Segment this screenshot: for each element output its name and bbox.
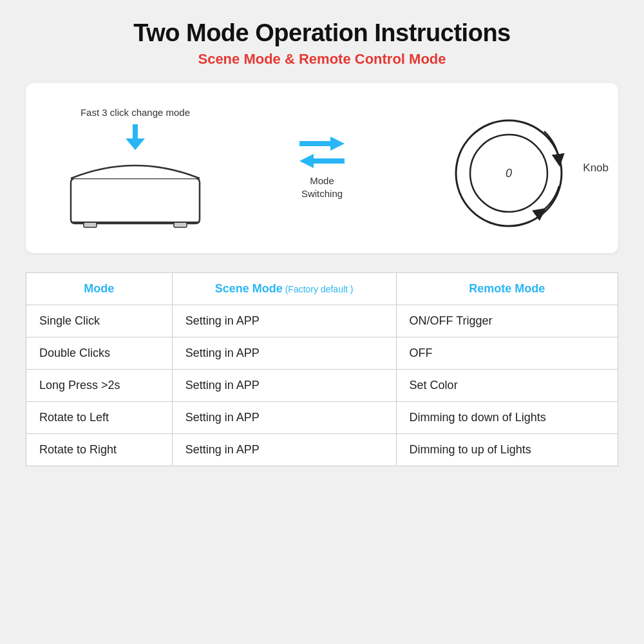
svg-marker-1 [126,138,145,150]
cell-mode-1: Double Clicks [26,337,173,370]
svg-marker-7 [330,137,345,151]
knob-label: Knob [583,162,609,175]
cell-scene-1: Setting in APP [172,337,396,370]
svg-rect-6 [299,141,332,146]
svg-marker-9 [299,154,314,168]
table-row: Double Clicks Setting in APP OFF [26,337,618,370]
svg-rect-3 [84,222,97,227]
knob-diagram: 0 [444,102,573,231]
svg-text:0: 0 [506,167,512,180]
cell-mode-4: Rotate to Right [26,434,173,466]
diagram-middle: Mode Switching [299,137,345,200]
diagram-left: Fast 3 click change mode [52,107,219,230]
table-row: Single Click Setting in APP ON/OFF Trigg… [26,305,618,337]
arrow-left-icon [299,154,345,168]
col-mode-header: Mode [26,273,173,305]
cell-scene-2: Setting in APP [172,370,396,402]
cell-remote-1: OFF [396,337,618,370]
page-subtitle: Scene Mode & Remote Control Mode [198,51,446,68]
click-label: Fast 3 click change mode [80,107,190,118]
table-row: Rotate to Left Setting in APP Dimming to… [26,402,618,434]
col-scene-header: Scene Mode (Factory default ) [172,273,396,305]
cell-scene-0: Setting in APP [172,305,396,337]
col-remote-header: Remote Mode [396,273,618,305]
page-title: Two Mode Operation Instructions [133,19,510,47]
table-row: Rotate to Right Setting in APP Dimming t… [26,434,618,466]
cell-mode-2: Long Press >2s [26,370,173,402]
arrow-right-icon [299,137,345,151]
diagram-right: 0 Knob [425,102,592,234]
mode-switching-label: Mode Switching [301,175,343,200]
table-row: Long Press >2s Setting in APP Set Color [26,370,618,402]
cell-remote-2: Set Color [396,370,618,402]
switching-arrows [299,137,345,168]
cell-scene-4: Setting in APP [172,434,396,466]
svg-rect-4 [174,222,187,227]
cell-remote-4: Dimming to up of Lights [396,434,618,466]
cell-scene-3: Setting in APP [172,402,396,434]
cell-mode-0: Single Click [26,305,173,337]
table-header-row: Mode Scene Mode (Factory default ) Remot… [26,273,618,305]
diagram-card: Fast 3 click change mode [26,83,618,253]
cell-remote-3: Dimming to down of Lights [396,402,618,434]
instructions-table: Mode Scene Mode (Factory default ) Remot… [26,272,618,466]
table-body: Single Click Setting in APP ON/OFF Trigg… [26,305,618,466]
svg-rect-2 [71,178,200,223]
down-arrow-icon [126,124,145,150]
device-diagram [64,153,206,230]
cell-remote-0: ON/OFF Trigger [396,305,618,337]
cell-mode-3: Rotate to Left [26,402,173,434]
svg-rect-0 [133,124,138,138]
svg-rect-8 [312,158,345,164]
